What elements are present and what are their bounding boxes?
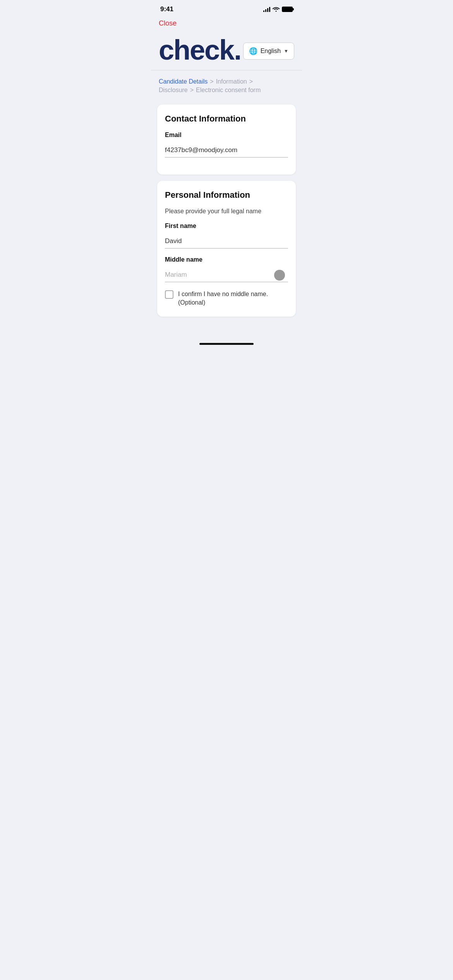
personal-card-title: Personal Information: [165, 190, 288, 200]
middle-name-input[interactable]: [165, 268, 288, 282]
globe-icon: 🌐: [249, 47, 257, 55]
language-label: English: [261, 48, 281, 55]
breadcrumb-row-2: Disclosure > Electronic consent form: [159, 87, 294, 94]
breadcrumb-step-4[interactable]: Electronic consent form: [196, 87, 261, 94]
breadcrumb-sep-2: >: [249, 78, 253, 85]
breadcrumb-step-3[interactable]: Disclosure: [159, 87, 188, 94]
email-field-group: Email: [165, 132, 288, 158]
email-input[interactable]: [165, 143, 288, 158]
app-logo: check.: [159, 36, 241, 64]
no-middle-name-checkbox[interactable]: [165, 290, 173, 299]
clear-circle-icon[interactable]: [274, 270, 285, 281]
breadcrumb: Candidate Details > Information > Disclo…: [151, 70, 302, 98]
language-selector[interactable]: 🌐 English ▼: [243, 43, 294, 60]
breadcrumb-sep-1: >: [210, 78, 213, 85]
email-label: Email: [165, 132, 288, 139]
battery-icon: [282, 7, 293, 12]
first-name-label: First name: [165, 223, 288, 230]
home-indicator: [151, 338, 302, 348]
personal-information-card: Personal Information Please provide your…: [157, 181, 296, 317]
first-name-input[interactable]: [165, 234, 288, 248]
chevron-down-icon: ▼: [284, 48, 288, 54]
main-content: Contact Information Email Personal Infor…: [151, 98, 302, 338]
logo-area: check. 🌐 English ▼: [151, 32, 302, 70]
status-icons: [263, 6, 293, 13]
no-middle-name-checkbox-row: I confirm I have no middle name. (Option…: [165, 290, 288, 307]
contact-information-card: Contact Information Email: [157, 105, 296, 175]
no-middle-name-label: I confirm I have no middle name. (Option…: [178, 290, 288, 307]
wifi-icon: [273, 6, 280, 13]
breadcrumb-step-2[interactable]: Information: [216, 78, 247, 85]
home-bar: [199, 343, 254, 345]
middle-name-field-group: Middle name: [165, 256, 288, 282]
breadcrumb-row-1: Candidate Details > Information >: [159, 78, 294, 85]
status-time: 9:41: [160, 5, 173, 13]
header-nav: Close: [151, 16, 302, 32]
breadcrumb-sep-3: >: [190, 87, 194, 94]
middle-name-label: Middle name: [165, 256, 288, 263]
signal-bars-icon: [263, 7, 270, 12]
middle-name-wrapper: [165, 268, 288, 282]
status-bar: 9:41: [151, 0, 302, 16]
personal-description: Please provide your full legal name: [165, 208, 288, 215]
contact-card-title: Contact Information: [165, 114, 288, 124]
breadcrumb-step-1[interactable]: Candidate Details: [159, 78, 208, 85]
close-button[interactable]: Close: [159, 19, 177, 27]
first-name-field-group: First name: [165, 223, 288, 248]
